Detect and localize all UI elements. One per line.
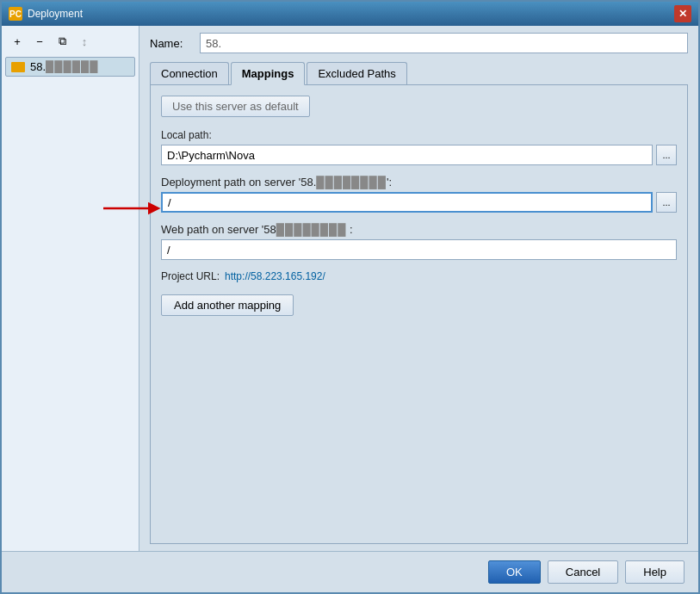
tab-excluded-paths[interactable]: Excluded Paths [307, 62, 406, 84]
server-name: 58.██████ [30, 60, 98, 73]
dialog-title: Deployment [28, 8, 83, 20]
tab-mappings[interactable]: Mappings [231, 62, 306, 85]
deployment-path-label: Deployment path on server '58.████████': [161, 176, 677, 189]
local-path-group: Local path: ... [161, 129, 677, 165]
project-url-row: Project URL: http://58.223.165.192/ [161, 270, 677, 282]
remove-server-button[interactable]: − [29, 31, 50, 52]
tab-connection[interactable]: Connection [150, 62, 229, 84]
local-path-input[interactable] [161, 145, 653, 165]
deployment-dialog: PC Deployment ✕ + − ⧉ ↕ [0, 0, 700, 594]
web-path-row [161, 239, 677, 260]
deployment-path-browse-button[interactable]: ... [656, 192, 677, 213]
name-input[interactable] [200, 33, 688, 53]
name-row: Name: [150, 33, 688, 53]
deployment-path-input[interactable] [161, 192, 653, 213]
project-url-label: Project URL: [161, 270, 220, 282]
copy-server-button[interactable]: ⧉ [52, 31, 72, 52]
cancel-button[interactable]: Cancel [548, 560, 618, 584]
local-path-row: ... [161, 145, 677, 165]
web-path-input[interactable] [161, 239, 677, 260]
move-server-button[interactable]: ↕ [74, 31, 95, 52]
toolbar: + − ⧉ ↕ [5, 29, 135, 53]
use-default-button[interactable]: Use this server as default [161, 96, 310, 117]
web-path-label: Web path on server '58████████ : [161, 223, 677, 236]
tab-content-mappings: Use this server as default Local path: .… [150, 85, 688, 544]
dialog-body: + − ⧉ ↕ 58.██████ [2, 26, 698, 551]
close-button[interactable]: ✕ [674, 5, 691, 22]
deployment-path-row: ... [161, 192, 677, 213]
project-url-link[interactable]: http://58.223.165.192/ [225, 270, 325, 282]
add-server-button[interactable]: + [7, 31, 28, 52]
add-mapping-button[interactable]: Add another mapping [161, 294, 294, 316]
local-path-label: Local path: [161, 129, 677, 141]
tabs: Connection Mappings Excluded Paths [150, 62, 688, 85]
dialog-footer: OK Cancel Help [2, 551, 698, 592]
local-path-browse-button[interactable]: ... [656, 145, 677, 165]
name-label: Name: [150, 37, 193, 50]
title-bar: PC Deployment ✕ [2, 2, 698, 26]
web-path-group: Web path on server '58████████ : [161, 223, 677, 260]
app-icon: PC [9, 7, 22, 21]
left-panel: + − ⧉ ↕ 58.██████ [2, 26, 139, 551]
help-button[interactable]: Help [625, 560, 685, 584]
server-icon [11, 62, 25, 72]
deployment-path-group: Deployment path on server '58.████████':… [161, 176, 677, 213]
title-bar-left: PC Deployment [9, 7, 83, 21]
right-panel: Name: Connection Mappings Excluded Paths [139, 26, 698, 551]
ok-button[interactable]: OK [488, 560, 541, 584]
server-list-item[interactable]: 58.██████ [5, 57, 135, 77]
